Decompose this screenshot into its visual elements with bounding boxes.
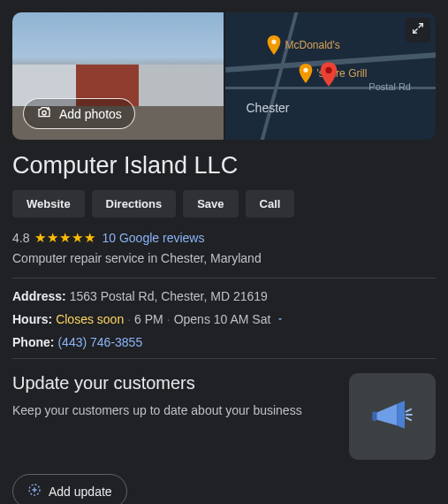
add-update-button[interactable]: Add update (12, 474, 127, 504)
rating-value: 4.8 (12, 231, 29, 245)
phone-label: Phone: (12, 335, 54, 349)
hours-line[interactable]: Hours: Closes soon · 6 PM · Opens 10 AM … (12, 312, 436, 326)
save-button[interactable]: Save (183, 190, 238, 218)
address-label: Address: (12, 289, 66, 303)
separator-dot: · (167, 312, 171, 326)
rating-row: 4.8 ★★★★★ 10 Google reviews (12, 230, 436, 246)
directions-button[interactable]: Directions (92, 190, 177, 218)
map-poi-mcdonalds: McDonald's (266, 35, 340, 55)
svg-rect-6 (372, 412, 376, 422)
address-value: 1563 Postal Rd, Chester, MD 21619 (70, 289, 268, 303)
business-knowledge-panel: Add photos McDonald's 's Fire Grill (0, 0, 448, 504)
expand-map-button[interactable] (406, 18, 430, 42)
hours-status: Closes soon (56, 312, 124, 326)
phone-link[interactable]: (443) 746-3855 (57, 335, 142, 349)
add-photos-button[interactable]: Add photos (23, 98, 135, 129)
camera-add-icon (36, 105, 52, 122)
location-pin-icon (319, 62, 338, 90)
divider (12, 278, 436, 279)
business-name: Computer Island LLC (12, 152, 436, 179)
svg-point-3 (271, 40, 276, 44)
update-customers-section: Update your customers Keep your customer… (12, 373, 436, 460)
hours-label: Hours: (12, 312, 52, 326)
megaphone-illustration (349, 373, 436, 460)
add-photos-label: Add photos (59, 107, 122, 121)
restaurant-pin-icon (266, 35, 282, 55)
call-button[interactable]: Call (246, 190, 295, 218)
media-row: Add photos McDonald's 's Fire Grill (12, 12, 436, 140)
business-description: Computer repair service in Chester, Mary… (12, 251, 436, 265)
restaurant-pin-icon (298, 64, 314, 83)
update-blurb: Keep your customers up to date about you… (12, 402, 337, 420)
divider (12, 358, 436, 359)
action-row: Website Directions Save Call (12, 190, 436, 218)
hours-close-time: 6 PM (134, 312, 163, 326)
svg-point-0 (42, 111, 46, 115)
reviews-link[interactable]: 10 Google reviews (102, 231, 204, 245)
hours-open-next: Opens 10 AM Sat (174, 312, 271, 326)
map-panel[interactable]: McDonald's 's Fire Grill Chester Postal … (225, 12, 437, 140)
svg-point-5 (325, 67, 331, 73)
separator-dot: · (127, 312, 131, 326)
photo-panel[interactable]: Add photos (12, 12, 224, 140)
chevron-down-icon (276, 312, 285, 326)
update-heading: Update your customers (12, 373, 337, 393)
phone-line: Phone: (443) 746-3855 (12, 335, 436, 349)
website-button[interactable]: Website (12, 190, 85, 218)
map-city-label: Chester (247, 101, 290, 115)
map-road-label: Postal Rd (368, 81, 411, 92)
map-poi-label: McDonald's (285, 39, 340, 51)
megaphone-icon (368, 390, 417, 443)
add-update-icon (27, 483, 42, 500)
add-update-label: Add update (49, 485, 112, 499)
expand-icon (412, 22, 424, 38)
star-icons: ★★★★★ (34, 230, 96, 246)
update-text-block: Update your customers Keep your customer… (12, 373, 337, 460)
address-line: Address: 1563 Postal Rd, Chester, MD 216… (12, 289, 436, 303)
svg-point-4 (303, 68, 308, 73)
